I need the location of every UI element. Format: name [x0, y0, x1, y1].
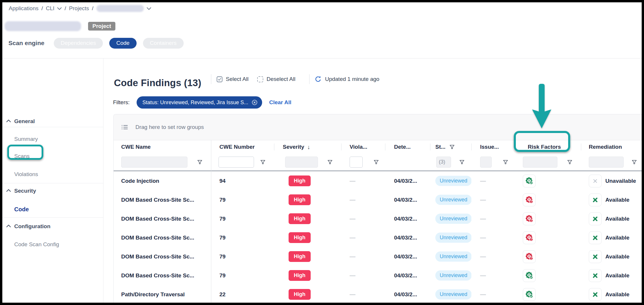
remediation-icon[interactable] [589, 231, 602, 244]
filter-funnel-icon[interactable] [503, 160, 508, 164]
status-filter-input[interactable]: (3) [436, 157, 451, 168]
column-header-issue[interactable]: Issue... [471, 140, 516, 154]
sidebar-item-scans[interactable]: Scans [2, 152, 100, 161]
sidebar-item-label: Violations [14, 171, 38, 178]
filter-funnel-icon[interactable] [197, 160, 202, 164]
table-row[interactable]: Path/Directory Traversal 22 High — 04/03… [114, 285, 642, 303]
breadcrumb-projects[interactable]: Projects [69, 5, 89, 12]
table-row[interactable]: Code Injection 94 High — 04/03/2... Unre… [114, 171, 642, 191]
breadcrumb-cli[interactable]: CLI [46, 5, 55, 12]
cell-violations: — [341, 190, 385, 209]
sidebar-section-configuration[interactable]: Configuration [2, 222, 100, 231]
table-row[interactable]: DOM Based Cross-Site Sc... 79 High — 04/… [114, 190, 642, 210]
filter-funnel-icon[interactable] [459, 160, 464, 164]
sidebar-section-general[interactable]: General [2, 117, 100, 126]
row-group-dropzone[interactable]: Drag here to set row groups [114, 114, 642, 140]
applicability-seal-icon[interactable] [523, 175, 536, 187]
cell-status: Unreviewed [430, 171, 471, 190]
cell-detected: 04/03/2... [385, 190, 430, 209]
column-header-detected[interactable]: Dete... [385, 140, 430, 154]
remediation-icon[interactable] [589, 194, 602, 206]
breadcrumb-applications[interactable]: Applications [9, 5, 38, 12]
column-label: St... [435, 144, 446, 150]
redacted-page-title [5, 21, 81, 31]
cwe-number-filter-input[interactable] [219, 157, 254, 168]
table-row[interactable]: DOM Based Cross-Site Sc... 79 High — 04/… [114, 266, 642, 285]
tab-code[interactable]: Code [109, 38, 136, 49]
column-header-remediation[interactable]: Remediation [581, 140, 642, 154]
cell-detected: 04/03/2... [385, 247, 430, 266]
chevron-up-icon [6, 120, 11, 122]
filter-funnel-icon[interactable] [567, 160, 572, 164]
sidebar-section-security[interactable]: Security [2, 187, 100, 195]
refresh-icon[interactable] [315, 76, 321, 83]
filter-cell-remediation [581, 154, 642, 170]
table-row[interactable]: DOM Based Cross-Site Sc... 79 High — 04/… [114, 209, 642, 228]
applicability-seal-icon[interactable] [523, 212, 536, 225]
sort-desc-icon: ↓ [307, 144, 310, 150]
updated-label: Updated 1 minute ago [325, 76, 379, 82]
cwe-name-filter-input[interactable] [121, 157, 187, 168]
column-header-severity[interactable]: Severity↓ [274, 140, 341, 154]
severity-filter-input[interactable] [285, 157, 318, 168]
remediation-filter-input[interactable] [589, 157, 624, 168]
sidebar-divider [2, 217, 103, 218]
sidebar-item-violations[interactable]: Violations [2, 170, 100, 179]
cell-cwe-number: 79 [211, 228, 274, 247]
chevron-down-icon[interactable] [57, 7, 62, 10]
remediation-icon[interactable] [589, 212, 602, 225]
filter-funnel-icon[interactable] [632, 160, 637, 164]
risk-factors-filter-input[interactable] [523, 157, 557, 168]
sidebar-item-summary[interactable]: Summary [2, 135, 100, 143]
remediation-icon[interactable] [589, 175, 602, 187]
row-groups-icon [121, 125, 128, 130]
cell-risk-factors [516, 228, 581, 247]
clear-all-link[interactable]: Clear All [269, 99, 291, 106]
scan-engine-switcher: Scan engine Dependencies Code Containers [8, 38, 184, 49]
remediation-icon[interactable] [589, 269, 602, 282]
chevron-up-icon [6, 189, 11, 192]
applicability-seal-icon[interactable] [523, 288, 536, 301]
filter-funnel-icon[interactable] [328, 160, 332, 164]
column-separator [341, 143, 341, 150]
tools-icon [592, 234, 599, 241]
status-filter-count: (3) [439, 159, 445, 165]
remediation-icon[interactable] [589, 288, 602, 301]
severity-badge: High [289, 251, 311, 262]
column-header-cwe-name[interactable]: CWE Name [114, 140, 211, 154]
tab-dependencies[interactable]: Dependencies [54, 38, 103, 49]
cell-remediation: Available [581, 266, 642, 285]
sidebar-item-code-scan-config[interactable]: Code Scan Config [2, 240, 100, 249]
sidebar-item-code[interactable]: Code [2, 205, 100, 214]
column-header-violations[interactable]: Viola... [341, 140, 385, 154]
column-label: Risk Factors [528, 144, 561, 150]
close-icon[interactable] [252, 100, 257, 105]
applicability-seal-icon[interactable] [523, 269, 536, 282]
table-row[interactable]: DOM Based Cross-Site Sc... 79 High — 04/… [114, 247, 642, 266]
table-row[interactable]: DOM Based Cross-Site Sc... 79 High — 04/… [114, 228, 642, 247]
column-header-cwe-number[interactable]: CWE Number [211, 140, 274, 154]
column-header-risk-factors[interactable]: Risk Factors [516, 140, 581, 154]
filter-funnel-icon[interactable] [450, 145, 455, 149]
table-header-row: CWE Name CWE Number Severity↓ Viola... D… [114, 140, 642, 154]
severity-badge: High [289, 270, 311, 281]
issue-filter-input[interactable] [480, 157, 492, 168]
tab-containers[interactable]: Containers [143, 38, 184, 49]
cell-detected: 04/03/2... [385, 228, 430, 247]
project-type-badge: Project [88, 22, 115, 31]
chevron-down-icon[interactable] [147, 7, 151, 10]
deselect-all-button[interactable]: Deselect All [257, 76, 295, 82]
applicability-seal-icon[interactable] [523, 250, 536, 263]
filter-funnel-icon[interactable] [260, 160, 265, 164]
applicability-seal-icon[interactable] [523, 231, 536, 244]
select-all-button[interactable]: Select All [217, 76, 248, 82]
violations-filter-input[interactable] [350, 157, 363, 168]
redacted-project-name [96, 5, 144, 12]
applicability-seal-icon[interactable] [523, 194, 536, 206]
cell-status: Unreviewed [430, 228, 471, 247]
remediation-icon[interactable] [589, 250, 602, 263]
column-header-status[interactable]: St... [430, 140, 471, 154]
cell-violations: — [341, 228, 385, 247]
status-filter-chip[interactable]: Status: Unreviewed, Reviewed, Jira Issue… [137, 96, 262, 109]
filter-funnel-icon[interactable] [374, 160, 379, 164]
